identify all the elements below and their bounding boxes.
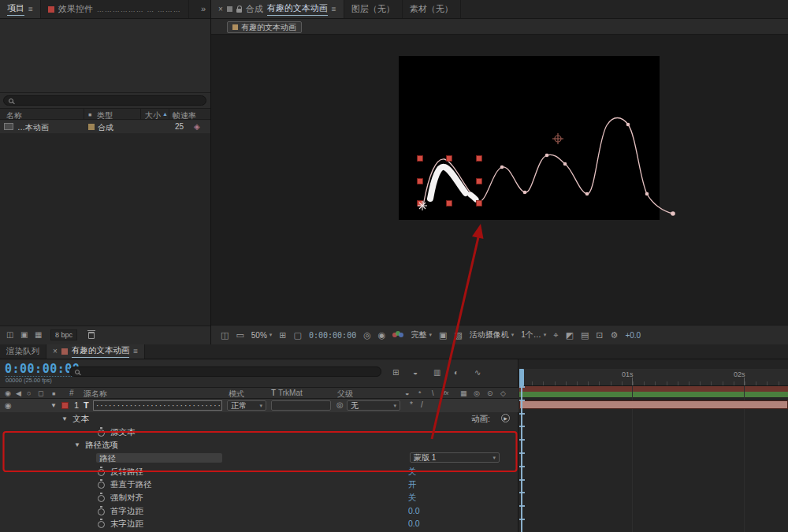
tab-timeline-comp[interactable]: × 有趣的文本动画 ≡ — [46, 344, 145, 359]
path-mask-dropdown[interactable]: 蒙版 1▾ — [410, 452, 500, 463]
perpendicular-row[interactable]: 垂直于路径 开 — [0, 478, 519, 490]
interpret-footage-icon[interactable]: ◫ — [6, 331, 13, 339]
col-type[interactable]: 类型 — [97, 110, 113, 121]
tab-render-queue[interactable]: 渲染队列 — [0, 344, 46, 359]
timeline-button-icon[interactable]: ▤ — [581, 331, 589, 340]
first-margin-value[interactable]: 0.0 — [408, 506, 420, 515]
view-layout-dropdown[interactable]: 1个…▾ — [521, 329, 546, 340]
project-item-row[interactable]: …本动画 合成 25 ◈ — [0, 121, 211, 133]
shy-layers-icon[interactable]: ◒ — [413, 369, 418, 377]
col-framerate[interactable]: 帧速率 — [173, 110, 196, 121]
col-mode[interactable]: 模式 — [229, 389, 244, 400]
graph-editor-icon[interactable]: ∿ — [474, 369, 481, 377]
stopwatch-icon[interactable] — [98, 467, 105, 474]
transparency-grid-icon[interactable]: ▨ — [454, 331, 462, 340]
layer-twirl-icon[interactable]: ▼ — [50, 402, 57, 409]
twirl-open-icon[interactable]: ▼ — [74, 441, 80, 448]
current-timecode[interactable]: 0:00:00:00 — [5, 362, 80, 377]
panel-menu-icon[interactable]: ≡ — [332, 6, 336, 13]
layer-label-swatch[interactable] — [61, 402, 69, 409]
close-icon[interactable]: × — [53, 348, 58, 355]
panel-menu-icon[interactable]: ≡ — [28, 6, 33, 13]
stopwatch-icon[interactable] — [98, 493, 105, 500]
stopwatch-icon[interactable] — [98, 506, 105, 514]
flowchart-icon[interactable]: ⊡ — [596, 331, 603, 340]
col-parent[interactable]: 父级 — [337, 389, 353, 400]
col-trkmat[interactable]: TrkMat — [278, 389, 303, 397]
tab-effect-controls[interactable]: 效果控件 ……………… … ……… — [41, 0, 189, 18]
motion-blur-icon[interactable]: ◐ — [454, 369, 459, 377]
time-ruler[interactable]: 01s 02s — [519, 369, 788, 386]
source-text-row[interactable]: 源文本 — [0, 426, 519, 438]
panel-menu-icon[interactable]: ≡ — [133, 348, 138, 355]
timeline-track-area[interactable]: 01s 02s — [519, 359, 788, 532]
frame-blending-icon[interactable]: ▥ — [433, 369, 440, 377]
project-search-input[interactable] — [3, 95, 206, 106]
close-icon[interactable]: × — [218, 6, 223, 13]
timeline-search-input[interactable] — [69, 366, 381, 377]
stopwatch-icon[interactable] — [98, 427, 105, 435]
pixel-aspect-icon[interactable]: ⌖ — [553, 331, 558, 340]
text-group-row[interactable]: ▼ 文本 动画: ▶ — [0, 412, 519, 425]
col-hash[interactable]: # — [69, 389, 74, 397]
tab-composition[interactable]: × 合成 有趣的文本动画 ≡ — [211, 0, 344, 18]
composition-canvas[interactable] — [399, 56, 660, 220]
layer-duration-bar[interactable] — [519, 400, 788, 409]
grid-guides-icon[interactable]: ⊞ — [279, 331, 286, 340]
magnification-dropdown[interactable]: 50%▾ — [251, 331, 273, 340]
parent-pickwhip-icon[interactable]: ◎ — [336, 401, 344, 409]
sort-up-icon[interactable]: ▲ — [162, 111, 168, 117]
viewer-timecode[interactable]: 0:00:00:00 — [309, 331, 356, 340]
current-time-indicator-handle[interactable] — [519, 369, 524, 386]
show-channels-icon[interactable] — [392, 331, 403, 339]
eye-icon[interactable]: ◉ — [5, 402, 12, 410]
trkmat-dropdown[interactable] — [271, 400, 331, 411]
viewer-stage[interactable] — [211, 35, 788, 325]
last-margin-row[interactable]: 末字边距 0.0 — [0, 517, 519, 530]
col-source-name[interactable]: 源名称 — [84, 389, 107, 400]
collapse-switch-icon[interactable]: * — [410, 401, 413, 409]
col-name[interactable]: 名称 — [6, 110, 22, 121]
tab-overflow-icon[interactable]: » — [201, 5, 206, 13]
comp-mini-flowchart-icon[interactable]: ⊞ — [392, 369, 399, 377]
tab-footage[interactable]: 素材（无） — [403, 0, 461, 18]
blend-mode-dropdown[interactable]: 正常▾ — [227, 400, 266, 411]
quality-switch-icon[interactable]: / — [421, 401, 423, 409]
force-alignment-value[interactable]: 关 — [408, 493, 417, 504]
new-composition-icon[interactable]: ▦ — [35, 331, 42, 339]
parent-dropdown[interactable]: 无▾ — [347, 400, 400, 411]
fast-previews-icon[interactable]: ◩ — [566, 331, 574, 340]
path-options-group-row[interactable]: ▼ 路径选项 — [0, 438, 519, 451]
layer-row[interactable]: ◉ ▼ 1 T ································… — [0, 399, 519, 412]
last-margin-value[interactable]: 0.0 — [408, 519, 420, 528]
tab-layer[interactable]: 图层（无） — [344, 0, 403, 18]
path-row[interactable]: 路径 蒙版 1▾ — [0, 452, 519, 464]
camera-view-dropdown[interactable]: 活动摄像机▾ — [470, 329, 515, 340]
layer-name-field[interactable]: ···································· — [93, 400, 222, 411]
always-preview-icon[interactable]: ▭ — [236, 331, 243, 340]
animate-button[interactable]: ▶ — [501, 414, 510, 422]
exposure-value[interactable]: +0.0 — [625, 331, 641, 340]
twirl-open-icon[interactable]: ▼ — [61, 415, 68, 422]
force-alignment-row[interactable]: 强制对齐 关 — [0, 491, 519, 504]
bit-depth-button[interactable]: 8 bpc — [50, 329, 77, 340]
new-folder-icon[interactable]: ▣ — [20, 331, 28, 339]
exposure-gear-icon[interactable]: ⚙ — [611, 331, 619, 340]
col-size[interactable]: 大小 — [145, 110, 161, 121]
stopwatch-icon[interactable] — [98, 479, 105, 487]
lock-icon[interactable] — [236, 9, 242, 13]
reverse-path-row[interactable]: 反转路径 关 — [0, 465, 519, 478]
perpendicular-value[interactable]: 开 — [408, 479, 417, 490]
stopwatch-icon[interactable] — [98, 519, 105, 526]
tab-project[interactable]: 项目 ≡ — [0, 0, 41, 18]
comp-mini-flowchart-button[interactable]: 有趣的文本动画 — [227, 21, 302, 33]
toggle-viewers-icon[interactable]: ◫ — [221, 331, 229, 340]
trash-icon[interactable] — [88, 332, 95, 339]
first-margin-row[interactable]: 首字边距 0.0 — [0, 504, 519, 517]
snapshot-icon[interactable]: ◎ — [363, 331, 371, 340]
show-snapshot-icon[interactable]: ◉ — [378, 331, 386, 340]
mask-visibility-icon[interactable]: ▢ — [294, 331, 302, 340]
region-of-interest-icon[interactable]: ▣ — [439, 331, 447, 340]
resolution-dropdown[interactable]: 完整▾ — [411, 329, 432, 340]
reverse-path-value[interactable]: 关 — [408, 467, 417, 478]
